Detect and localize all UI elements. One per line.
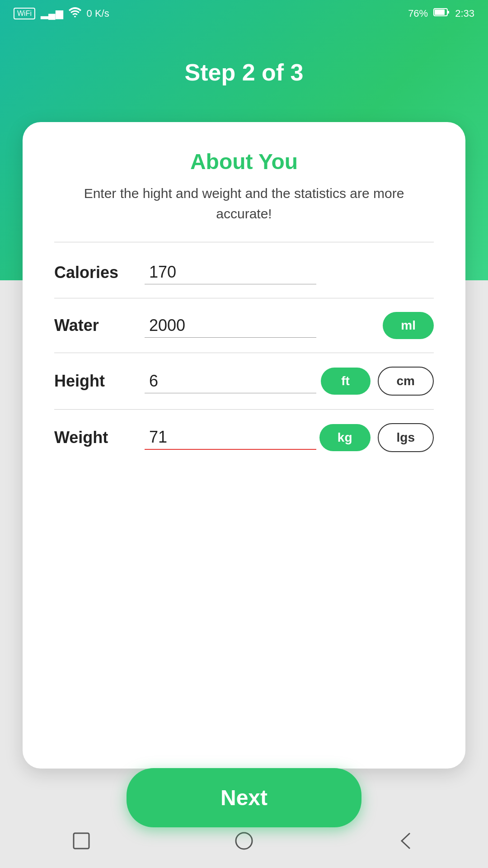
battery-percent: 76%	[408, 8, 428, 19]
svg-rect-2	[435, 9, 445, 15]
signal-icon: ▂▄▆	[41, 8, 63, 19]
battery-icon	[433, 8, 450, 19]
svg-rect-4	[74, 833, 89, 849]
water-label: Water	[54, 316, 145, 335]
svg-point-0	[74, 16, 76, 17]
height-label: Height	[54, 372, 145, 391]
top-divider	[54, 242, 434, 242]
svg-point-5	[236, 833, 252, 849]
about-you-card: About You Enter the hight and weight and…	[23, 122, 465, 769]
weight-lgs-button[interactable]: lgs	[378, 423, 434, 452]
status-left: WiFi ▂▄▆ 0 K/s	[14, 7, 109, 20]
nav-home-icon[interactable]	[230, 827, 258, 854]
calories-row: Calories	[54, 247, 434, 298]
height-cm-button[interactable]: cm	[378, 367, 434, 396]
weight-input[interactable]	[145, 425, 316, 450]
water-row: Water ml	[54, 298, 434, 353]
water-unit-toggle: ml	[383, 312, 434, 339]
water-input[interactable]	[145, 314, 316, 338]
svg-rect-3	[448, 11, 449, 14]
data-speed: 0 K/s	[87, 8, 109, 19]
card-title: About You	[54, 149, 434, 174]
height-row: Height ft cm	[54, 353, 434, 410]
water-ml-button[interactable]: ml	[383, 312, 434, 339]
calories-label: Calories	[54, 263, 145, 282]
status-bar: WiFi ▂▄▆ 0 K/s 76% 2:33	[0, 0, 488, 27]
nav-back-icon[interactable]	[393, 827, 420, 854]
status-right: 76% 2:33	[408, 8, 474, 19]
next-button[interactable]: Next	[127, 768, 361, 827]
card-subtitle: Enter the hight and weight and the stati…	[54, 183, 434, 224]
weight-kg-button[interactable]: kg	[319, 424, 371, 451]
height-unit-toggle: ft cm	[321, 367, 434, 396]
weight-label: Weight	[54, 428, 145, 447]
weight-unit-toggle: kg lgs	[319, 423, 434, 452]
height-ft-button[interactable]: ft	[321, 368, 371, 395]
weight-row: Weight kg lgs	[54, 410, 434, 466]
calories-input[interactable]	[145, 260, 316, 284]
wifi-icon: WiFi	[14, 8, 35, 19]
step-title: Step 2 of 3	[0, 59, 488, 86]
height-input[interactable]	[145, 369, 316, 393]
wifi-signal-icon	[69, 7, 81, 20]
time: 2:33	[455, 8, 474, 19]
nav-square-icon[interactable]	[68, 827, 95, 854]
